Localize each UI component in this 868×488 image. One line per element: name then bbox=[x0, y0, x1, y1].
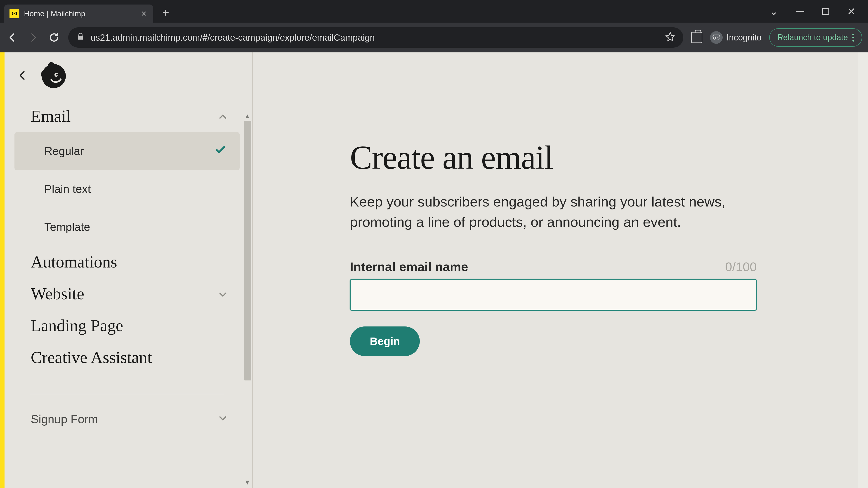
sidebar-divider bbox=[30, 394, 224, 394]
tab-search-chevron-icon[interactable]: ⌄ bbox=[770, 6, 778, 17]
sidebar-group-signup-form[interactable]: Signup Form bbox=[14, 408, 240, 430]
svg-point-3 bbox=[56, 74, 58, 76]
address-bar[interactable]: us21.admin.mailchimp.com/#/create-campai… bbox=[68, 27, 683, 48]
sidebar-group-label: Signup Form bbox=[31, 412, 98, 426]
page-viewport: Email Regular Plain text Template bbox=[0, 53, 868, 488]
sidebar-item-plain-text[interactable]: Plain text bbox=[14, 170, 240, 208]
internal-email-name-input[interactable] bbox=[350, 279, 757, 311]
sidebar-back-button[interactable] bbox=[17, 70, 28, 82]
window-maximize-button[interactable] bbox=[822, 8, 829, 15]
sidebar-group-label: Email bbox=[31, 107, 71, 126]
relaunch-label: Relaunch to update bbox=[777, 33, 848, 42]
begin-button[interactable]: Begin bbox=[350, 326, 420, 356]
window-close-button[interactable]: ✕ bbox=[847, 6, 856, 17]
incognito-icon bbox=[710, 31, 723, 44]
sidebar-scrollbar[interactable]: ▴ ▾ bbox=[242, 111, 252, 487]
lock-icon bbox=[76, 33, 85, 43]
sidebar-item-label: Template bbox=[44, 221, 90, 234]
extensions-button[interactable] bbox=[691, 32, 702, 43]
main-content: Create an email Keep your subscribers en… bbox=[253, 53, 868, 488]
sidebar-group-label: Automations bbox=[31, 252, 117, 271]
nav-reload-button[interactable] bbox=[48, 31, 61, 44]
scrollbar-thumb[interactable] bbox=[244, 121, 251, 381]
accent-strip bbox=[0, 53, 4, 488]
relaunch-to-update-button[interactable]: Relaunch to update bbox=[769, 28, 862, 47]
mailchimp-favicon: ✉ bbox=[9, 9, 19, 18]
browser-tab-active[interactable]: ✉ Home | Mailchimp × bbox=[4, 4, 153, 23]
page-subtitle: Keep your subscribers engaged by sharing… bbox=[350, 192, 739, 232]
sidebar-group-label: Landing Page bbox=[31, 316, 123, 335]
browser-toolbar: us21.admin.mailchimp.com/#/create-campai… bbox=[0, 23, 868, 53]
viewport-scrollbar[interactable] bbox=[858, 53, 868, 488]
sidebar: Email Regular Plain text Template bbox=[4, 53, 253, 488]
mailchimp-logo[interactable] bbox=[38, 60, 70, 92]
check-icon bbox=[215, 144, 226, 158]
nav-forward-button[interactable] bbox=[27, 31, 40, 44]
nav-back-button[interactable] bbox=[6, 31, 19, 44]
char-count: 0/100 bbox=[725, 259, 757, 274]
scroll-up-icon[interactable]: ▴ bbox=[242, 111, 252, 121]
sidebar-group-label: Creative Assistant bbox=[31, 348, 152, 367]
window-minimize-button[interactable] bbox=[796, 11, 804, 12]
chevron-up-icon bbox=[218, 107, 228, 126]
sidebar-item-regular[interactable]: Regular bbox=[14, 132, 240, 170]
incognito-indicator[interactable]: Incognito bbox=[710, 31, 762, 44]
chevron-down-icon bbox=[218, 284, 228, 303]
page-title: Create an email bbox=[350, 138, 757, 177]
tab-title: Home | Mailchimp bbox=[24, 9, 85, 18]
sidebar-group-website[interactable]: Website bbox=[14, 278, 240, 310]
kebab-menu-icon bbox=[852, 34, 854, 41]
address-url: us21.admin.mailchimp.com/#/create-campai… bbox=[90, 33, 375, 43]
chevron-down-icon bbox=[218, 412, 228, 426]
close-tab-icon[interactable]: × bbox=[142, 9, 147, 18]
incognito-label: Incognito bbox=[727, 33, 762, 42]
field-label-internal-name: Internal email name bbox=[350, 259, 468, 274]
scroll-down-icon[interactable]: ▾ bbox=[242, 477, 252, 487]
sidebar-group-creative-assistant[interactable]: Creative Assistant bbox=[14, 341, 240, 373]
sidebar-item-label: Regular bbox=[44, 144, 84, 158]
sidebar-item-label: Plain text bbox=[44, 183, 91, 196]
bookmark-star-icon[interactable] bbox=[665, 32, 675, 43]
new-tab-button[interactable]: + bbox=[162, 6, 169, 20]
sidebar-group-automations[interactable]: Automations bbox=[14, 246, 240, 278]
sidebar-group-email[interactable]: Email bbox=[14, 100, 240, 132]
sidebar-item-template[interactable]: Template bbox=[14, 208, 240, 246]
browser-tab-strip: ✉ Home | Mailchimp × + ⌄ ✕ bbox=[0, 0, 868, 23]
sidebar-group-label: Website bbox=[31, 284, 84, 303]
sidebar-group-landing-page[interactable]: Landing Page bbox=[14, 310, 240, 341]
